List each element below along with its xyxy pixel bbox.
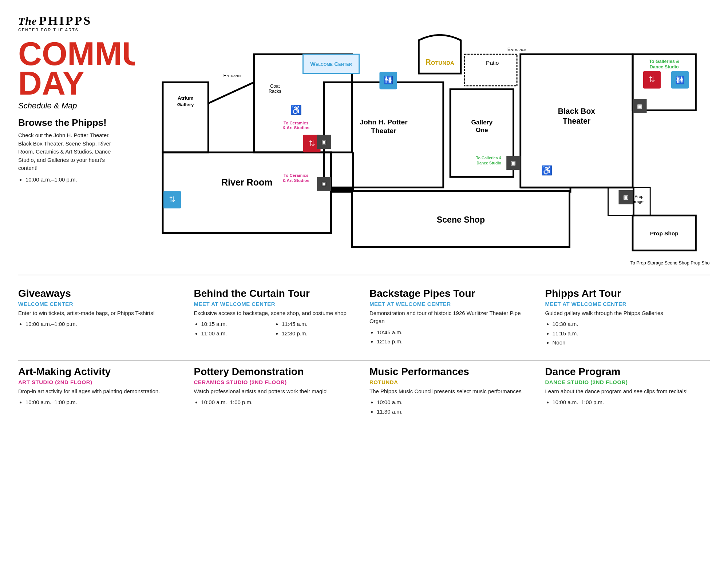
svg-text:To Galleries &: To Galleries & xyxy=(476,156,502,160)
event-times-behind-curtain: 10:15 a.m.11:45 a.m.11:00 a.m.12:30 p.m. xyxy=(194,319,355,338)
time-item: 11:45 a.m. xyxy=(282,319,355,329)
time-item: 12:30 p.m. xyxy=(282,329,355,338)
time-item: 12:15 p.m. xyxy=(377,337,531,346)
svg-text:To Ceramics: To Ceramics xyxy=(284,121,308,125)
event-desc-phipps-art-tour: Guided gallery walk through the Phipps G… xyxy=(545,309,707,318)
svg-text:⇅: ⇅ xyxy=(309,139,315,147)
svg-text:Coat: Coat xyxy=(270,84,280,89)
floor-map: Welcome Center John H. Potter Theater Ga… xyxy=(135,15,710,269)
event-times-backstage-pipes: 10:45 a.m.12:15 p.m. xyxy=(369,328,531,346)
svg-text:Entrance: Entrance xyxy=(507,47,527,52)
svg-text:Welcome Center: Welcome Center xyxy=(310,61,352,67)
logo-phipps: PHIPPS xyxy=(39,15,92,27)
event-card-art-making: Art-Making ActivityArt Studio (2nd Floor… xyxy=(18,366,183,416)
svg-text:Dance Studio: Dance Studio xyxy=(650,64,679,69)
event-title-pottery-demo: Pottery Demonstration xyxy=(194,366,355,378)
time-item: 10:15 a.m. xyxy=(201,319,274,329)
svg-text:▣: ▣ xyxy=(637,103,642,109)
svg-text:Gallery: Gallery xyxy=(471,119,492,126)
time-item: 10:00 a.m. xyxy=(377,398,531,407)
svg-text:Racks: Racks xyxy=(269,89,281,94)
svg-text:🚻: 🚻 xyxy=(384,75,393,85)
svg-text:♿: ♿ xyxy=(290,104,302,116)
event-location-dance-program: Dance Studio (2nd Floor) xyxy=(545,379,707,385)
event-times-dance-program: 10:00 a.m.–1:00 p.m. xyxy=(545,398,707,407)
event-desc-backstage-pipes: Demonstration and tour of historic 1926 … xyxy=(369,309,531,326)
event-card-music-performances: Music PerformancesRotundaThe Phipps Musi… xyxy=(369,366,534,416)
svg-text:Rotunda: Rotunda xyxy=(425,58,454,66)
time-item: 11:30 a.m. xyxy=(377,407,531,416)
event-title-backstage-pipes: Backstage Pipes Tour xyxy=(369,288,531,299)
svg-text:Prop Shop: Prop Shop xyxy=(650,230,678,236)
event-card-behind-curtain: Behind the Curtain TourMeet at Welcome C… xyxy=(194,288,359,347)
event-title-music-performances: Music Performances xyxy=(369,366,531,378)
event-times-phipps-art-tour: 10:30 a.m.11:15 a.m.Noon xyxy=(545,319,707,347)
svg-text:& Art Studios: & Art Studios xyxy=(282,178,309,183)
event-title-giveaways: Giveaways xyxy=(18,288,179,299)
svg-text:John H. Potter: John H. Potter xyxy=(360,118,408,126)
page: The PHIPPS Center for the Arts COMMUNITY… xyxy=(0,0,728,562)
svg-text:To Prop Storage  Scene Shop  P: To Prop Storage Scene Shop Prop Shop xyxy=(630,260,710,266)
event-card-phipps-art-tour: Phipps Art TourMeet at Welcome CenterGui… xyxy=(545,288,710,347)
event-location-art-making: Art Studio (2nd Floor) xyxy=(18,379,179,385)
event-card-backstage-pipes: Backstage Pipes TourMeet at Welcome Cent… xyxy=(369,288,534,347)
events-row1: GiveawaysWelcome CenterEnter to win tick… xyxy=(18,288,710,347)
map-area: Welcome Center John H. Potter Theater Ga… xyxy=(135,15,710,269)
event-card-pottery-demo: Pottery DemonstrationCeramics Studio (2n… xyxy=(194,366,359,416)
svg-rect-0 xyxy=(135,19,710,264)
time-item: 10:30 a.m. xyxy=(553,319,707,329)
time-item: 10:00 a.m.–1:00 p.m. xyxy=(25,319,179,329)
svg-text:One: One xyxy=(476,126,488,133)
event-location-pottery-demo: Ceramics Studio (2nd Floor) xyxy=(194,379,355,385)
event-location-music-performances: Rotunda xyxy=(369,379,531,385)
event-desc-pottery-demo: Watch professional artists and potters w… xyxy=(194,387,355,396)
svg-text:♿: ♿ xyxy=(541,165,553,176)
svg-text:Dance Studio: Dance Studio xyxy=(476,161,501,165)
time-item: 11:00 a.m. xyxy=(201,329,274,338)
svg-rect-67 xyxy=(633,187,634,216)
svg-text:Black Box: Black Box xyxy=(558,107,596,115)
time-item: 11:15 a.m. xyxy=(553,329,707,338)
svg-rect-68 xyxy=(570,187,634,188)
event-title-dance-program: Dance Program xyxy=(545,366,707,378)
top-section: The PHIPPS Center for the Arts COMMUNITY… xyxy=(18,15,710,269)
event-times-pottery-demo: 10:00 a.m.–1:00 p.m. xyxy=(194,398,355,407)
event-desc-behind-curtain: Exclusive access to backstage, scene sho… xyxy=(194,309,355,318)
event-desc-dance-program: Learn about the dance program and see cl… xyxy=(545,387,707,396)
time-item: Noon xyxy=(553,338,707,347)
svg-text:▣: ▣ xyxy=(321,139,327,145)
logo-the: The xyxy=(18,16,37,27)
svg-text:& Art Studios: & Art Studios xyxy=(282,125,309,130)
svg-text:Atrium: Atrium xyxy=(178,95,193,101)
event-times-giveaways: 10:00 a.m.–1:00 p.m. xyxy=(18,319,179,329)
logo-area: The PHIPPS Center for the Arts xyxy=(18,15,124,32)
time-item: 10:00 a.m.–1:00 p.m. xyxy=(553,398,707,407)
time-item: 10:00 a.m.–1:00 p.m. xyxy=(25,398,179,407)
events-row2: Art-Making ActivityArt Studio (2nd Floor… xyxy=(18,366,710,416)
svg-text:⇅: ⇅ xyxy=(169,195,175,203)
event-card-dance-program: Dance ProgramDance Studio (2nd Floor)Lea… xyxy=(545,366,710,416)
event-location-backstage-pipes: Meet at Welcome Center xyxy=(369,301,531,307)
event-location-giveaways: Welcome Center xyxy=(18,301,179,307)
svg-text:Gallery: Gallery xyxy=(177,102,194,107)
events-divider xyxy=(18,360,710,361)
schedule-map-label: Schedule & Map xyxy=(18,101,124,111)
event-location-behind-curtain: Meet at Welcome Center xyxy=(194,301,355,307)
event-card-giveaways: GiveawaysWelcome CenterEnter to win tick… xyxy=(18,288,183,347)
svg-rect-64 xyxy=(331,187,352,192)
svg-text:Entrance: Entrance xyxy=(223,73,243,78)
svg-text:Scene Shop: Scene Shop xyxy=(437,215,485,224)
logo-subtitle: Center for the Arts xyxy=(18,28,124,32)
svg-text:River Room: River Room xyxy=(221,177,272,187)
browse-time: 10:00 a.m.–1:00 p.m. xyxy=(25,175,124,184)
svg-text:Theater: Theater xyxy=(371,127,396,135)
event-title-behind-curtain: Behind the Curtain Tour xyxy=(194,288,355,299)
time-item: 10:45 a.m. xyxy=(377,328,531,337)
event-title-art-making: Art-Making Activity xyxy=(18,366,179,378)
browse-heading: Browse the Phipps! xyxy=(18,117,124,128)
browse-description: Check out the John H. Potter Theater, Bl… xyxy=(18,131,124,172)
event-desc-art-making: Drop-in art activity for all ages with p… xyxy=(18,387,179,396)
svg-text:🚻: 🚻 xyxy=(675,75,685,85)
svg-text:Theater: Theater xyxy=(563,117,591,125)
svg-text:Patio: Patio xyxy=(486,60,499,66)
